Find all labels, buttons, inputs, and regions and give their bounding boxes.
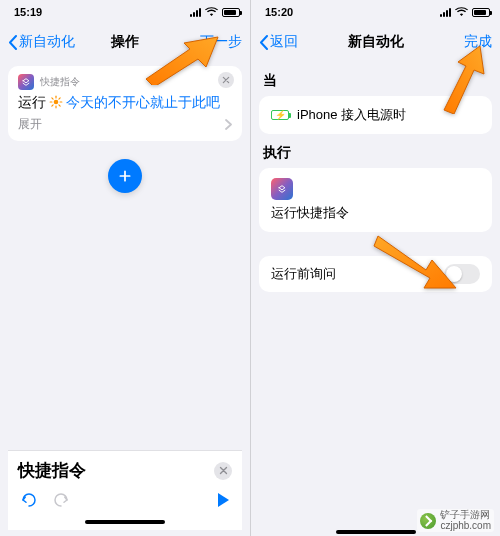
svg-point-0 [54, 99, 59, 104]
nav-back-label: 返回 [270, 33, 298, 51]
add-action-button[interactable] [108, 159, 142, 193]
expand-row[interactable]: 展开 [18, 116, 232, 133]
nav-back-button[interactable]: 返回 [259, 33, 298, 51]
sun-icon [49, 95, 63, 112]
watermark-line1: 铲子手游网 [440, 510, 491, 521]
svg-line-6 [59, 104, 60, 105]
redo-icon [52, 492, 70, 508]
action-row[interactable]: 运行快捷指令 [259, 168, 492, 232]
nav-next-button[interactable]: 下一步 [200, 33, 242, 51]
suggestion-title: 快捷指令 [18, 459, 86, 482]
nav-next-label: 下一步 [200, 33, 242, 51]
shortcuts-app-icon [18, 74, 34, 90]
svg-line-5 [52, 97, 53, 98]
action-card[interactable]: 快捷指令 运行 今天的不开心就止于此吧 展开 [8, 66, 242, 141]
undo-icon [20, 492, 38, 508]
shortcuts-app-icon [271, 178, 293, 200]
home-indicator [336, 530, 416, 534]
undo-button[interactable] [20, 492, 38, 512]
status-right [190, 6, 240, 18]
svg-line-8 [59, 97, 60, 98]
watermark-line2: czjphb.com [440, 521, 491, 532]
run-button[interactable] [216, 492, 230, 512]
shortcut-name-link[interactable]: 今天的不开心就止于此吧 [66, 94, 220, 112]
section-do-label: 执行 [263, 144, 488, 162]
wifi-icon [205, 6, 218, 18]
ask-toggle[interactable] [444, 264, 480, 284]
card-app-label: 快捷指令 [40, 75, 80, 89]
status-bar: 15:19 [0, 0, 250, 24]
power-connect-icon: ⚡ [271, 110, 289, 120]
close-icon [222, 76, 230, 84]
status-time: 15:20 [265, 6, 293, 18]
trigger-text: iPhone 接入电源时 [297, 106, 406, 124]
nav-back-button[interactable]: 新自动化 [8, 33, 75, 51]
watermark-logo-icon [420, 513, 436, 529]
ask-label: 运行前询问 [271, 265, 336, 283]
section-when-label: 当 [263, 72, 488, 90]
play-icon [216, 492, 230, 508]
status-bar: 15:20 [251, 0, 500, 24]
trigger-row[interactable]: ⚡ iPhone 接入电源时 [259, 96, 492, 134]
expand-label: 展开 [18, 116, 42, 133]
card-remove-button[interactable] [218, 72, 234, 88]
redo-button[interactable] [52, 492, 70, 512]
status-right [440, 6, 490, 18]
home-indicator [85, 520, 165, 524]
nav-done-button[interactable]: 完成 [464, 33, 492, 51]
screen-new-automation: 15:20 返回 新自动化 完成 当 ⚡ iPhone 接 [250, 0, 500, 536]
suggestion-panel: 快捷指令 [8, 450, 242, 530]
status-time: 15:19 [14, 6, 42, 18]
run-line: 运行 今天的不开心就止于此吧 [18, 94, 232, 112]
close-icon [219, 466, 228, 475]
battery-icon [472, 8, 490, 17]
cell-signal-icon [440, 8, 451, 17]
nav-bar: 返回 新自动化 完成 [251, 24, 500, 60]
action-text: 运行快捷指令 [271, 204, 349, 222]
chevron-left-icon [8, 35, 17, 50]
chevron-right-icon [225, 119, 232, 130]
battery-icon [222, 8, 240, 17]
nav-bar: 新自动化 操作 下一步 [0, 24, 250, 60]
wifi-icon [455, 6, 468, 18]
run-label: 运行 [18, 94, 46, 112]
cell-signal-icon [190, 8, 201, 17]
chevron-left-icon [259, 35, 268, 50]
ask-before-running-row: 运行前询问 [259, 256, 492, 292]
nav-done-label: 完成 [464, 33, 492, 51]
watermark: 铲子手游网 czjphb.com [417, 509, 494, 532]
nav-back-label: 新自动化 [19, 33, 75, 51]
suggestion-close-button[interactable] [214, 462, 232, 480]
plus-icon [117, 168, 133, 184]
svg-line-7 [52, 104, 53, 105]
screen-actions: 15:19 新自动化 操作 下一步 [0, 0, 250, 536]
